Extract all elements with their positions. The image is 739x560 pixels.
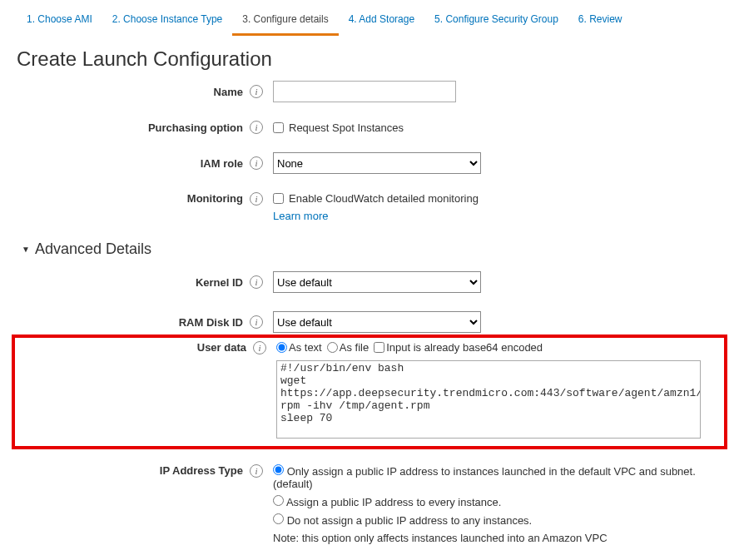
userdata-file-radio[interactable] <box>327 342 338 353</box>
label-ramdisk-id: RAM Disk ID <box>17 316 250 329</box>
label-userdata: User data <box>20 341 253 354</box>
userdata-text-radio[interactable] <box>276 342 287 353</box>
spot-label: Request Spot Instances <box>289 121 404 134</box>
ip-every-radio[interactable] <box>273 495 284 506</box>
ip-every-label: Assign a public IP address to every inst… <box>286 496 501 508</box>
wizard-step-1[interactable]: 1. Choose AMI <box>17 8 102 36</box>
ip-none-label: Do not assign a public IP address to any… <box>287 514 533 527</box>
info-icon[interactable]: i <box>250 121 263 134</box>
ip-note: Note: this option only affects instances… <box>273 532 697 544</box>
wizard-step-6[interactable]: 6. Review <box>568 8 632 36</box>
userdata-b64-label: Input is already base64 encoded <box>386 341 543 354</box>
label-monitoring: Monitoring <box>17 192 250 205</box>
spot-checkbox[interactable] <box>273 122 284 133</box>
iam-role-select[interactable]: None <box>273 152 481 174</box>
kernel-select[interactable]: Use default <box>273 271 481 293</box>
label-iam-role: IAM role <box>17 157 250 170</box>
name-input[interactable] <box>273 81 456 102</box>
userdata-text-label: As text <box>289 341 322 354</box>
wizard-step-4[interactable]: 4. Add Storage <box>339 8 424 36</box>
row-userdata: User data i As text As file Input is alr… <box>20 341 719 441</box>
row-monitoring: Monitoring i Enable CloudWatch detailed … <box>17 192 722 222</box>
row-name: Name i <box>17 81 722 102</box>
ip-default-radio[interactable] <box>273 464 284 475</box>
row-ip-type: IP Address Type i Only assign a public I… <box>17 464 722 544</box>
userdata-b64-checkbox[interactable] <box>374 342 384 353</box>
monitoring-label: Enable CloudWatch detailed monitoring <box>289 192 479 205</box>
info-icon[interactable]: i <box>250 315 263 329</box>
caret-down-icon: ▼ <box>22 245 30 254</box>
label-kernel-id: Kernel ID <box>17 276 250 289</box>
learn-more-link[interactable]: Learn more <box>273 210 328 222</box>
info-icon[interactable]: i <box>250 275 263 289</box>
ip-default-label: Only assign a public IP address to insta… <box>273 465 696 490</box>
info-icon[interactable]: i <box>253 341 266 354</box>
advanced-heading-text: Advanced Details <box>35 240 151 258</box>
label-purchasing: Purchasing option <box>17 121 250 134</box>
userdata-textarea[interactable] <box>276 360 701 439</box>
advanced-details-toggle[interactable]: ▼ Advanced Details <box>22 240 722 258</box>
info-icon[interactable]: i <box>250 192 263 206</box>
wizard-step-2[interactable]: 2. Choose Instance Type <box>102 8 233 36</box>
ip-none-radio[interactable] <box>273 513 284 524</box>
row-ramdisk-id: RAM Disk ID i Use default <box>17 311 722 333</box>
userdata-highlight-box: User data i As text As file Input is alr… <box>12 335 727 449</box>
ramdisk-select[interactable]: Use default <box>273 311 481 333</box>
wizard-steps: 1. Choose AMI 2. Choose Instance Type 3.… <box>17 8 722 36</box>
userdata-file-label: As file <box>340 341 369 354</box>
wizard-step-3[interactable]: 3. Configure details <box>232 8 338 36</box>
page-title: Create Launch Configuration <box>17 47 722 71</box>
monitoring-checkbox[interactable] <box>273 193 284 204</box>
info-icon[interactable]: i <box>250 85 263 98</box>
wizard-step-5[interactable]: 5. Configure Security Group <box>424 8 568 36</box>
row-purchasing: Purchasing option i Request Spot Instanc… <box>17 121 722 134</box>
info-icon[interactable]: i <box>250 156 263 170</box>
label-name: Name <box>17 86 250 98</box>
info-icon[interactable]: i <box>250 464 263 478</box>
label-ip-type: IP Address Type <box>17 464 250 477</box>
row-kernel-id: Kernel ID i Use default <box>17 271 722 293</box>
row-iam-role: IAM role i None <box>17 152 722 174</box>
